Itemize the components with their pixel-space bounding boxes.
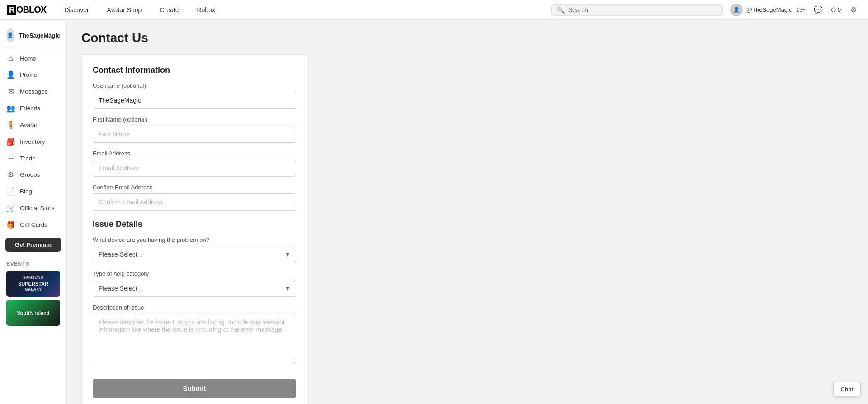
sidebar-label-avatar: Avatar	[20, 122, 38, 128]
nav-links: Discover Avatar Shop Create Robux	[57, 3, 222, 17]
email-label: Email Address	[93, 150, 296, 157]
device-select-wrapper: Please Select... ▼	[93, 246, 296, 263]
nav-create[interactable]: Create	[152, 3, 186, 17]
blog-icon: 📄	[6, 187, 15, 196]
spotify-event-text: Spotify island	[17, 310, 49, 316]
help-category-label: Type of help category	[93, 270, 296, 277]
sidebar-item-blog[interactable]: 📄 Blog	[0, 183, 66, 200]
device-select[interactable]: Please Select...	[93, 246, 296, 263]
sidebar-username: TheSageMagic	[19, 32, 60, 39]
device-label: What device are you having the problem o…	[93, 236, 296, 243]
robux-value: 0	[838, 6, 841, 13]
navbar: ROBLOX Discover Avatar Shop Create Robux…	[0, 0, 868, 20]
trade-icon: ↔	[6, 154, 15, 162]
sidebar-user: 👤 TheSageMagic	[0, 23, 66, 48]
friends-icon: 👥	[6, 104, 15, 113]
sidebar-item-groups[interactable]: ⚙ Groups	[0, 166, 66, 183]
issue-details-title: Issue Details	[93, 220, 296, 229]
settings-icon[interactable]: ⚙	[846, 3, 861, 17]
get-premium-button[interactable]: Get Premium	[5, 238, 61, 252]
sidebar-label-friends: Friends	[20, 105, 40, 112]
gift-cards-icon: 🎁	[6, 221, 15, 229]
inventory-icon: 🎒	[6, 137, 15, 146]
sidebar-item-home[interactable]: ⌂ Home	[0, 50, 66, 66]
first-name-group: First Name (optional)	[93, 116, 296, 143]
help-category-select[interactable]: Please Select...	[93, 280, 296, 297]
sidebar-label-groups: Groups	[20, 171, 40, 178]
username-display: @TheSageMagic	[746, 6, 792, 13]
sidebar-item-trade[interactable]: ↔ Trade	[0, 150, 66, 166]
description-label: Description of issue	[93, 304, 296, 311]
sidebar-label-gift-cards: Gift Cards	[20, 221, 47, 228]
user-avatar: 👤	[730, 4, 743, 16]
first-name-label: First Name (optional)	[93, 116, 296, 123]
groups-icon: ⚙	[6, 170, 15, 179]
nav-robux[interactable]: Robux	[189, 3, 222, 17]
chat-nav-icon[interactable]: 💬	[811, 3, 826, 17]
sidebar-label-official-store: Official Store	[20, 205, 55, 211]
sidebar: 👤 TheSageMagic ⌂ Home 👤 Profile ✉ Messag…	[0, 20, 67, 404]
search-icon: 🔍	[557, 6, 565, 14]
sidebar-label-blog: Blog	[20, 188, 32, 195]
messages-icon: ✉	[6, 87, 15, 96]
confirm-email-input[interactable]	[93, 193, 296, 211]
help-category-group: Type of help category Please Select... ▼	[93, 270, 296, 297]
sidebar-avatar: 👤	[6, 28, 14, 42]
robux-display[interactable]: ⬡ 0	[831, 6, 841, 13]
confirm-email-group: Confirm Email Address	[93, 184, 296, 211]
sidebar-item-avatar[interactable]: 🧍 Avatar	[0, 117, 66, 133]
events-section: Events SAMSUNG SUPERSTAR GALAXY Spotify …	[0, 256, 66, 331]
home-icon: ⌂	[6, 54, 15, 62]
store-icon: 🛒	[6, 204, 15, 212]
event-spotify-banner[interactable]: Spotify island	[6, 300, 60, 326]
navbar-right: 👤 @TheSageMagic 13+ 💬 ⬡ 0 ⚙	[730, 3, 861, 17]
nav-discover[interactable]: Discover	[57, 3, 96, 17]
sidebar-item-messages[interactable]: ✉ Messages	[0, 83, 66, 100]
profile-icon: 👤	[6, 70, 15, 79]
search-input[interactable]	[568, 6, 717, 14]
help-category-select-wrapper: Please Select... ▼	[93, 280, 296, 297]
nav-avatar-shop[interactable]: Avatar Shop	[100, 3, 149, 17]
sidebar-item-official-store[interactable]: 🛒 Official Store	[0, 200, 66, 216]
sidebar-label-messages: Messages	[20, 88, 48, 95]
roblox-logo[interactable]: ROBLOX	[7, 5, 46, 15]
layout: 👤 TheSageMagic ⌂ Home 👤 Profile ✉ Messag…	[0, 20, 868, 404]
sidebar-label-inventory: Inventory	[20, 138, 45, 145]
contact-form-card: Contact Information Username (optional) …	[81, 54, 307, 404]
sidebar-item-inventory[interactable]: 🎒 Inventory	[0, 133, 66, 150]
chat-button[interactable]: Chat	[833, 382, 861, 397]
username-input[interactable]	[93, 92, 296, 109]
search-bar: 🔍	[551, 4, 723, 16]
user-info: 👤 @TheSageMagic 13+	[730, 4, 806, 16]
robux-icon: ⬡	[831, 6, 836, 13]
submit-button[interactable]: Submit	[93, 379, 296, 398]
sidebar-item-friends[interactable]: 👥 Friends	[0, 100, 66, 117]
events-label: Events	[6, 261, 60, 267]
device-group: What device are you having the problem o…	[93, 236, 296, 263]
avatar-icon: 🧍	[6, 121, 15, 129]
sidebar-item-gift-cards[interactable]: 🎁 Gift Cards	[0, 216, 66, 233]
samsung-event-text: SAMSUNG SUPERSTAR GALAXY	[18, 275, 48, 292]
first-name-input[interactable]	[93, 126, 296, 143]
event-samsung-banner[interactable]: SAMSUNG SUPERSTAR GALAXY	[6, 271, 60, 297]
username-group: Username (optional)	[93, 82, 296, 109]
confirm-email-label: Confirm Email Address	[93, 184, 296, 191]
email-group: Email Address	[93, 150, 296, 177]
description-group: Description of issue	[93, 304, 296, 365]
sidebar-label-home: Home	[20, 55, 36, 62]
sidebar-item-profile[interactable]: 👤 Profile	[0, 66, 66, 83]
contact-info-title: Contact Information	[93, 66, 296, 75]
email-input[interactable]	[93, 160, 296, 177]
user-age: 13+	[796, 7, 805, 13]
page-title: Contact Us	[81, 31, 854, 45]
sidebar-label-profile: Profile	[20, 71, 37, 78]
sidebar-label-trade: Trade	[20, 155, 36, 162]
description-textarea[interactable]	[93, 314, 296, 363]
main-content: Contact Us Contact Information Username …	[67, 20, 868, 404]
username-label: Username (optional)	[93, 82, 296, 89]
